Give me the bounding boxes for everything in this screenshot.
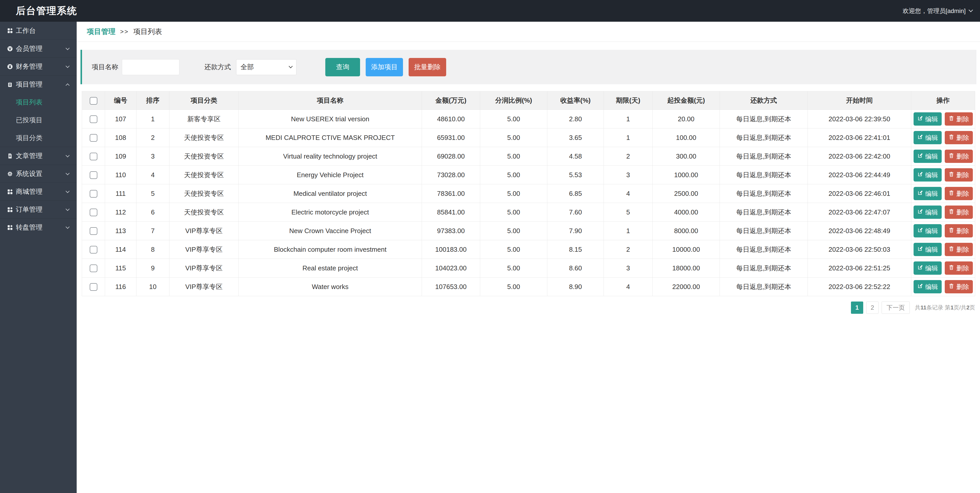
cell-sort: 1	[137, 110, 169, 128]
next-page-button[interactable]: 下一页	[881, 301, 910, 314]
delete-button[interactable]: 删除	[945, 131, 973, 144]
cell-id: 115	[105, 259, 137, 277]
delete-button[interactable]: 删除	[945, 206, 973, 219]
edit-button[interactable]: 编辑	[913, 131, 942, 144]
cell-share: 5.00	[480, 222, 547, 240]
page-button-2[interactable]: 2	[866, 301, 878, 314]
sidebar-item-wheel[interactable]: 转盘管理	[0, 218, 77, 236]
add-project-button[interactable]: 添加项目	[366, 58, 403, 76]
cell-id: 111	[105, 184, 137, 203]
repay-method-selected-value: 全部	[240, 63, 254, 71]
row-checkbox[interactable]	[90, 246, 97, 254]
cell-category: VIP尊享专区	[169, 259, 239, 277]
row-checkbox[interactable]	[90, 171, 97, 179]
sidebar-item-article[interactable]: 文章管理	[0, 147, 77, 165]
edit-button[interactable]: 编辑	[913, 206, 942, 219]
cell-actions: 编辑删除	[911, 147, 975, 166]
edit-button[interactable]: 编辑	[913, 243, 942, 256]
column-header-0: 编号	[105, 91, 137, 110]
row-select-cell	[82, 240, 105, 259]
cell-id: 108	[105, 128, 137, 147]
sidebar-subitem-invested-projects[interactable]: 已投项目	[0, 111, 77, 129]
edit-button[interactable]: 编辑	[913, 280, 942, 293]
repay-method-label: 还款方式	[204, 63, 231, 71]
sidebar-item-settings[interactable]: 系统设置	[0, 165, 77, 182]
cell-share: 5.00	[480, 184, 547, 203]
sidebar-subitem-project-categories[interactable]: 项目分类	[0, 129, 77, 147]
cell-rate: 8.15	[547, 240, 604, 259]
cell-actions: 编辑删除	[911, 222, 975, 240]
cell-rate: 7.60	[547, 203, 604, 222]
cell-id: 113	[105, 222, 137, 240]
row-checkbox[interactable]	[90, 265, 97, 272]
sidebar-item-workbench[interactable]: 工作台	[0, 22, 77, 40]
table-row: 1159VIP尊享专区Real estate project104023.005…	[82, 259, 975, 277]
sidebar-item-label: 项目管理	[16, 80, 43, 89]
cell-days: 5	[604, 203, 653, 222]
sidebar-item-project[interactable]: 项目管理	[0, 75, 77, 93]
trash-icon	[948, 283, 955, 290]
edit-icon	[917, 208, 923, 216]
sidebar-item-mall[interactable]: 商城管理	[0, 182, 77, 200]
filter-panel: 项目名称 还款方式 全部 查询 添加项目 批量删除	[81, 50, 977, 84]
cell-days: 4	[604, 184, 653, 203]
project-name-input[interactable]	[122, 59, 180, 75]
row-select-cell	[82, 203, 105, 222]
row-checkbox[interactable]	[90, 134, 97, 142]
trash-icon	[948, 134, 955, 141]
edit-button[interactable]: 编辑	[913, 262, 942, 275]
delete-button[interactable]: 删除	[945, 187, 973, 200]
table-row: 11610VIP尊享专区Water works107653.005.008.90…	[82, 277, 975, 296]
trash-icon	[948, 152, 955, 160]
cell-days: 1	[604, 110, 653, 128]
cell-rate: 3.65	[547, 128, 604, 147]
cell-name: Energy Vehicle Project	[239, 166, 422, 184]
sidebar-item-finance[interactable]: 财务管理	[0, 57, 77, 75]
edit-button[interactable]: 编辑	[913, 168, 942, 182]
edit-button[interactable]: 编辑	[913, 113, 942, 125]
table-row: 1148VIP尊享专区Blockchain computer room inve…	[82, 240, 975, 259]
repay-method-select[interactable]: 全部	[236, 59, 296, 75]
delete-button[interactable]: 删除	[945, 243, 973, 256]
row-checkbox[interactable]	[90, 153, 97, 160]
cell-category: 天使投资专区	[169, 203, 239, 222]
cell-name: MEDI CALPROTE CTIVE MASK PROJECT	[239, 128, 422, 147]
cell-time: 2022-03-06 22:46:01	[808, 184, 911, 203]
row-checkbox[interactable]	[90, 283, 97, 291]
sidebar-item-label: 文章管理	[16, 151, 43, 160]
delete-button[interactable]: 删除	[945, 113, 973, 125]
search-button[interactable]: 查询	[325, 58, 360, 76]
cell-name: Water works	[239, 277, 422, 296]
row-checkbox[interactable]	[90, 116, 97, 123]
member-icon	[7, 46, 13, 52]
cell-share: 5.00	[480, 166, 547, 184]
edit-button[interactable]: 编辑	[913, 224, 942, 238]
edit-button[interactable]: 编辑	[913, 150, 942, 163]
sidebar-subitem-project-list[interactable]: 项目列表	[0, 93, 77, 111]
edit-icon	[917, 171, 923, 179]
cell-time: 2022-03-06 22:39:50	[808, 110, 911, 128]
cell-min: 10000.00	[653, 240, 720, 259]
delete-button[interactable]: 删除	[945, 262, 973, 275]
cell-share: 5.00	[480, 110, 547, 128]
sidebar-item-order[interactable]: 订单管理	[0, 200, 77, 218]
edit-button[interactable]: 编辑	[913, 187, 942, 200]
sidebar-item-member[interactable]: 会员管理	[0, 40, 77, 57]
user-menu[interactable]: 欢迎您，管理员[admin]	[902, 7, 980, 15]
row-checkbox[interactable]	[90, 190, 97, 198]
page-button-1[interactable]: 1	[851, 301, 863, 314]
column-header-4: 金额(万元)	[422, 91, 480, 110]
breadcrumb-link-project-management[interactable]: 项目管理	[87, 27, 116, 36]
cell-actions: 编辑删除	[911, 259, 975, 277]
select-all-checkbox[interactable]	[90, 97, 97, 105]
delete-button[interactable]: 删除	[945, 150, 973, 163]
table-row: 1126天使投资专区Electric motorcycle project858…	[82, 203, 975, 222]
delete-button[interactable]: 删除	[945, 224, 973, 238]
batch-delete-button[interactable]: 批量删除	[409, 58, 446, 76]
delete-button[interactable]: 删除	[945, 280, 973, 293]
cell-actions: 编辑删除	[911, 166, 975, 184]
row-checkbox[interactable]	[90, 209, 97, 216]
cell-time: 2022-03-06 22:41:01	[808, 128, 911, 147]
delete-button[interactable]: 删除	[945, 168, 973, 182]
row-checkbox[interactable]	[90, 227, 97, 235]
